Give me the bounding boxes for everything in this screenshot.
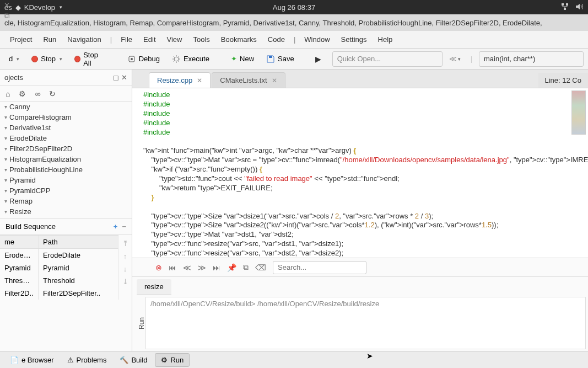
bottom-tab-problems[interactable]: ⚠Problems (62, 354, 112, 366)
move-top-icon[interactable]: ⤒ (122, 239, 128, 248)
column-header-path[interactable]: Path (39, 236, 118, 248)
column-header-name[interactable]: me (0, 236, 39, 248)
minimap[interactable] (571, 90, 586, 135)
debug-button[interactable]: Debug (123, 52, 164, 66)
debug-icon (127, 55, 136, 63)
next-icon[interactable]: ≫ (198, 263, 206, 272)
console-output[interactable]: /home/xlll/OpenCV/Resize/build> /home/xl… (145, 297, 586, 349)
tree-item[interactable]: Resize (0, 206, 132, 217)
tree-item[interactable]: CompareHistogram (0, 112, 132, 122)
tree-item[interactable]: PyramidCPP (0, 185, 132, 196)
volume-icon[interactable] (575, 2, 584, 13)
window-titlebar: cle, HistogramEqualization, Histogram, R… (0, 14, 588, 31)
app-name[interactable]: KDevelop (24, 3, 55, 12)
menu-bookmarks[interactable]: Bookmarks (215, 33, 262, 46)
code-editor[interactable]: #include #include #include #include #inc… (132, 88, 588, 258)
stop-all-button[interactable]: Stop All (70, 49, 110, 70)
console-close-icon[interactable]: ✕ (4, 1, 10, 9)
menu-file[interactable]: File (115, 33, 138, 46)
menubar: ProjectRunNavigation|FileEditViewToolsBo… (0, 31, 588, 49)
editor-tab[interactable]: CMakeLists.txt✕ (212, 72, 285, 88)
pin-icon[interactable]: 📌 (227, 263, 236, 272)
dots-icon[interactable]: ∞ (35, 89, 40, 98)
gear-icon[interactable]: ⚙ (19, 89, 26, 98)
new-button[interactable]: ✦ New (226, 52, 258, 65)
prev-icon[interactable]: ≪ (183, 263, 191, 272)
menu-tools[interactable]: Tools (187, 33, 215, 46)
terminate-icon[interactable]: ⊗ (155, 263, 162, 272)
function-selector[interactable]: main(int, char**) (479, 51, 584, 67)
tree-item[interactable]: Remap (0, 196, 132, 206)
menu-navigation[interactable]: Navigation (62, 33, 106, 46)
close-icon[interactable]: ✕ (197, 77, 202, 84)
tree-item[interactable]: Pyramid (0, 175, 132, 185)
stop-icon (74, 56, 80, 62)
project-tree[interactable]: CannyCompareHistogramDerivative1stErodeD… (0, 102, 132, 218)
tab-icon: ⚠ (67, 356, 74, 364)
menu-project[interactable]: Project (4, 33, 37, 46)
quick-open-input[interactable]: Quick Open... (332, 51, 443, 67)
panel-undock-icon[interactable]: ◻ (113, 73, 119, 82)
bottom-tab-e-browser[interactable]: 📄e Browser (4, 354, 60, 366)
remove-icon[interactable]: − (122, 222, 126, 231)
tree-item[interactable]: ProbabilisticHoughLine (0, 164, 132, 175)
clear-icon[interactable]: ⌫ (255, 263, 266, 272)
add-icon[interactable]: + (114, 222, 118, 231)
execute-button[interactable]: Execute (168, 52, 214, 66)
projects-toolbar: ⌂ ⚙ ∞ ↻ (0, 86, 132, 102)
nav-back-button[interactable]: ≪▾ (446, 55, 464, 63)
run-vertical-tab[interactable]: Run (132, 295, 145, 351)
menu-edit[interactable]: Edit (138, 33, 161, 46)
build-sequence-table[interactable]: me Path ErodeDil..ErodeDilatePyramidPyra… (0, 235, 118, 300)
build-sequence-arrows: ⤒ ↑ ↓ ⤓ (118, 235, 132, 352)
home-icon[interactable]: ⌂ (6, 89, 10, 98)
tree-item[interactable]: Filter2DSepFilter2D (0, 143, 132, 154)
menu-help[interactable]: Help (373, 33, 398, 46)
line-indicator: Line: 12 Co (538, 73, 589, 88)
table-row[interactable]: ThresholdThreshold (0, 274, 118, 287)
menu-view[interactable]: View (161, 33, 188, 46)
clock[interactable]: Aug 26 08:37 (273, 3, 315, 12)
plus-icon: ✦ (231, 55, 237, 63)
first-icon[interactable]: ⏮ (169, 263, 176, 272)
console-search-input[interactable] (273, 261, 366, 274)
tree-item[interactable]: HistogramEqualization (0, 154, 132, 164)
move-down-icon[interactable]: ↓ (123, 265, 127, 273)
last-icon[interactable]: ⏭ (213, 263, 220, 272)
copy-icon[interactable]: ⧉ (243, 263, 249, 272)
tree-item[interactable]: Derivative1st (0, 122, 132, 133)
console-tab-resize[interactable]: resize (137, 279, 171, 295)
build-sequence-header: Build Sequence + − (0, 218, 132, 235)
toolbar-d[interactable]: d▾ (4, 52, 24, 65)
system-topbar: es ◆ KDevelop ▾ Aug 26 08:37 (0, 0, 588, 14)
bottom-tab-build[interactable]: 🔨Build (114, 354, 153, 366)
stop-button[interactable]: Stop▾ (27, 52, 67, 65)
close-icon[interactable]: ✕ (272, 77, 277, 84)
svg-rect-0 (562, 3, 564, 6)
menu-run[interactable]: Run (37, 33, 62, 46)
move-up-icon[interactable]: ↑ (123, 252, 127, 260)
editor-tab[interactable]: Resize.cpp✕ (149, 72, 211, 88)
gear-icon (172, 55, 181, 63)
tree-item[interactable]: Canny (0, 102, 132, 112)
play-icon[interactable]: ▶ (315, 55, 321, 63)
menu-code[interactable]: Code (262, 33, 290, 46)
tree-item[interactable]: ErodeDilate (0, 133, 132, 143)
tab-icon: 📄 (10, 356, 19, 364)
table-row[interactable]: ErodeDil..ErodeDilate (0, 249, 118, 262)
bottom-tab-run[interactable]: ⚙Run (155, 353, 190, 367)
table-row[interactable]: Filter2D..Filter2DSepFilter.. (0, 287, 118, 300)
console-copy-icon[interactable]: ⧉ (4, 12, 9, 20)
tab-icon: ⚙ (161, 356, 168, 364)
refresh-icon[interactable]: ↻ (49, 89, 56, 98)
nav-fwd-button[interactable]: | (467, 55, 476, 63)
save-button[interactable]: Save (262, 52, 299, 66)
move-bottom-icon[interactable]: ⤓ (122, 278, 128, 286)
network-icon[interactable] (560, 2, 569, 13)
menu-window[interactable]: Window (299, 33, 335, 46)
app-indicator-icon: ◆ (15, 3, 21, 12)
table-row[interactable]: PyramidPyramid (0, 262, 118, 274)
menu-settings[interactable]: Settings (336, 33, 373, 46)
editor-tabbar: Resize.cpp✕CMakeLists.txt✕ Line: 12 Co (132, 70, 588, 88)
panel-close-icon[interactable]: ✕ (121, 73, 127, 82)
